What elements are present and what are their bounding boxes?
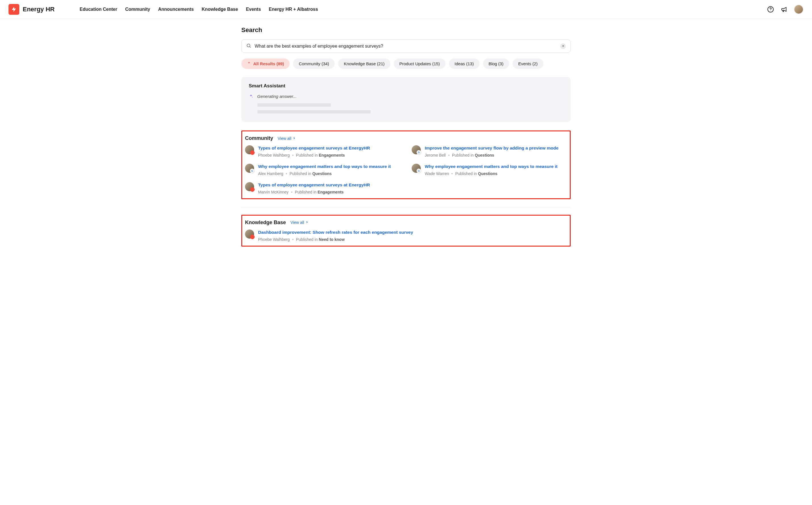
- sparkle-icon: [247, 61, 251, 66]
- nav-announcements[interactable]: Announcements: [158, 7, 193, 12]
- published-in-category: Need to know: [319, 237, 345, 242]
- nav-integration[interactable]: Energy HR + Albatross: [269, 7, 318, 12]
- author-avatar[interactable]: [245, 182, 254, 191]
- published-in-prefix: Published in: [452, 153, 473, 157]
- svg-point-1: [770, 10, 771, 11]
- separator-dot: ●: [286, 172, 287, 175]
- published-in-prefix: Published in: [296, 237, 318, 242]
- brand-logo-icon: [8, 4, 19, 15]
- author-name: Wade Warren: [425, 171, 449, 176]
- search-bar: ✕: [241, 39, 571, 53]
- result-item: Dashboard improvement: Show refresh rate…: [245, 229, 567, 242]
- brand-name: Energy HR: [23, 6, 54, 13]
- published-in-prefix: Published in: [290, 171, 311, 176]
- filter-product-updates[interactable]: Product Updates (15): [394, 58, 446, 69]
- published-in-prefix: Published in: [296, 153, 318, 157]
- filter-label: All Results (89): [253, 61, 284, 66]
- nav-knowledge-base[interactable]: Knowledge Base: [201, 7, 238, 12]
- result-title-link[interactable]: Why employee engagement matters and top …: [425, 164, 567, 170]
- author-avatar[interactable]: [412, 164, 421, 173]
- filter-ideas[interactable]: Ideas (13): [449, 58, 480, 69]
- author-name: Phoebe Walhberg: [258, 237, 290, 242]
- result-meta: Wade Warren ● Published in Questions: [425, 171, 567, 176]
- topbar-right: [767, 5, 804, 14]
- result-title-link[interactable]: Why employee engagement matters and top …: [258, 164, 400, 170]
- smart-assistant-title: Smart Assistant: [249, 83, 563, 89]
- nav-education-center[interactable]: Education Center: [80, 7, 117, 12]
- nav-community[interactable]: Community: [125, 7, 150, 12]
- filter-community[interactable]: Community (34): [293, 58, 335, 69]
- result-item: Improve the engagement survey flow by ad…: [412, 145, 567, 157]
- nav-events[interactable]: Events: [246, 7, 261, 12]
- author-avatar[interactable]: [245, 145, 254, 154]
- megaphone-icon[interactable]: [780, 5, 788, 13]
- separator-dot: ●: [451, 172, 453, 175]
- view-all-link[interactable]: View all: [290, 220, 309, 225]
- published-in-category: Engagements: [319, 153, 345, 157]
- user-avatar[interactable]: [794, 5, 804, 14]
- skeleton-bar: [257, 103, 331, 107]
- result-meta: Phoebe Walhberg ● Published in Need to k…: [258, 237, 567, 242]
- author-name: Marvin McKinney: [258, 190, 288, 194]
- section-title: Knowledge Base: [245, 219, 286, 225]
- author-avatar[interactable]: [412, 145, 421, 154]
- filter-pills: All Results (89) Community (34) Knowledg…: [241, 58, 571, 69]
- author-avatar[interactable]: [245, 164, 254, 173]
- smart-assistant-panel: Smart Assistant Generating answer...: [241, 77, 571, 122]
- loading-skeleton: [257, 103, 563, 114]
- filter-label: Events (2): [518, 61, 537, 66]
- filter-blog[interactable]: Blog (3): [483, 58, 509, 69]
- separator-dot: ●: [292, 154, 294, 157]
- result-item: Types of employee engagement surveys at …: [245, 182, 400, 194]
- section-title: Community: [245, 135, 273, 141]
- chevron-right-icon: [305, 220, 309, 225]
- filter-label: Ideas (13): [454, 61, 474, 66]
- clear-search-icon[interactable]: ✕: [560, 43, 566, 49]
- filter-all-results[interactable]: All Results (89): [241, 58, 290, 69]
- filter-label: Blog (3): [489, 61, 504, 66]
- author-name: Jerome Bell: [425, 153, 446, 157]
- brand[interactable]: Energy HR: [8, 4, 54, 15]
- result-meta: Phoebe Walhberg ● Published in Engagemen…: [258, 153, 400, 157]
- knowledge-results: Dashboard improvement: Show refresh rate…: [242, 229, 567, 242]
- result-title-link[interactable]: Improve the engagement survey flow by ad…: [425, 145, 567, 151]
- result-item: Why employee engagement matters and top …: [245, 164, 400, 176]
- published-in-prefix: Published in: [295, 190, 316, 194]
- result-title-link[interactable]: Types of employee engagement surveys at …: [258, 182, 400, 188]
- result-item: Why employee engagement matters and top …: [412, 164, 567, 176]
- result-title-link[interactable]: Dashboard improvement: Show refresh rate…: [258, 229, 567, 235]
- view-all-link[interactable]: View all: [278, 136, 296, 141]
- knowledge-base-section: Knowledge Base View all Dashboard improv…: [241, 215, 571, 246]
- separator-dot: ●: [291, 190, 292, 193]
- filter-events[interactable]: Events (2): [513, 58, 543, 69]
- svg-point-2: [247, 44, 250, 47]
- filter-label: Knowledge Base (21): [344, 61, 384, 66]
- search-icon: [246, 43, 251, 49]
- community-section: Community View all Types of employee eng…: [241, 131, 571, 199]
- result-title-link[interactable]: Types of employee engagement surveys at …: [258, 145, 400, 151]
- author-avatar[interactable]: [245, 229, 254, 238]
- smart-assistant-status: Generating answer...: [257, 94, 297, 99]
- view-all-label: View all: [290, 220, 304, 225]
- author-name: Phoebe Walhberg: [258, 153, 290, 157]
- filter-label: Community (34): [299, 61, 329, 66]
- published-in-category: Questions: [478, 171, 498, 176]
- section-divider: [241, 207, 571, 207]
- sparkle-icon: [249, 94, 253, 99]
- topbar: Energy HR Education Center Community Ann…: [0, 0, 812, 19]
- search-input[interactable]: [255, 44, 557, 49]
- published-in-prefix: Published in: [455, 171, 477, 176]
- author-name: Alex Hamberg: [258, 171, 283, 176]
- filter-knowledge-base[interactable]: Knowledge Base (21): [338, 58, 390, 69]
- published-in-category: Questions: [475, 153, 494, 157]
- chevron-right-icon: [292, 136, 296, 141]
- separator-dot: ●: [448, 154, 450, 157]
- filter-label: Product Updates (15): [399, 61, 440, 66]
- help-icon[interactable]: [767, 5, 775, 13]
- published-in-category: Engagements: [318, 190, 344, 194]
- published-in-category: Questions: [312, 171, 331, 176]
- main-nav: Education Center Community Announcements…: [80, 7, 318, 12]
- page: Search ✕ All Results (89) Community (34)…: [236, 19, 576, 272]
- result-meta: Marvin McKinney ● Published in Engagemen…: [258, 190, 400, 194]
- skeleton-bar: [257, 110, 371, 114]
